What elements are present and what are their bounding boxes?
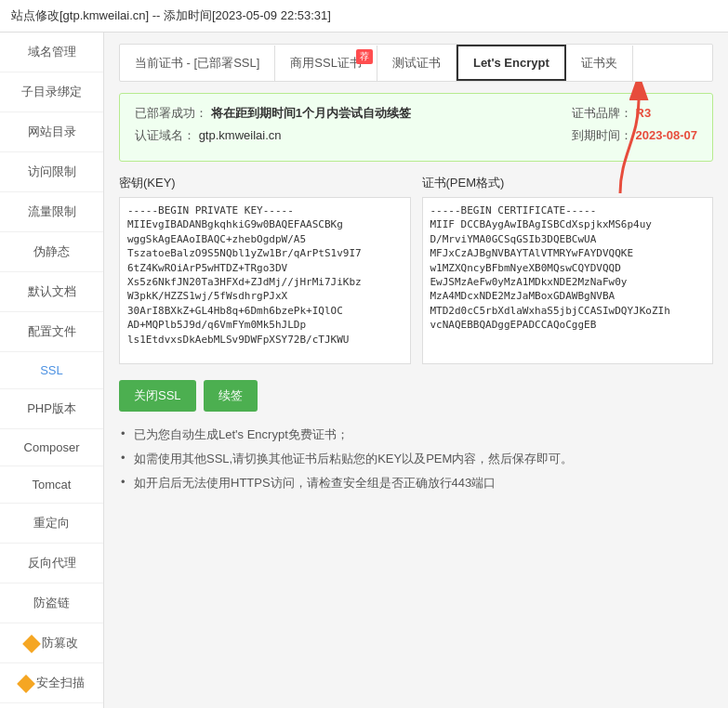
sidebar-item-tomcat[interactable]: Tomcat [0, 466, 103, 504]
sidebar-item-config[interactable]: 配置文件 [0, 312, 103, 352]
cert-section-label: 证书(PEM格式) [422, 175, 714, 191]
sidebar-item-redirect[interactable]: 重定向 [0, 504, 103, 544]
close-ssl-button[interactable]: 关闭SSL [119, 380, 196, 412]
sidebar-item-domain[interactable]: 域名管理 [0, 33, 103, 72]
sidebar-item-reverse-proxy[interactable]: 反向代理 [0, 544, 103, 583]
info-list-item-1: 如需使用其他SSL,请切换其他证书后粘贴您的KEY以及PEM内容，然后保存即可。 [119, 451, 713, 467]
tab-lets-encrypt[interactable]: Let's Encrypt [457, 45, 566, 81]
sidebar-item-access[interactable]: 访问限制 [0, 152, 103, 192]
key-textarea[interactable] [119, 197, 411, 364]
info-list-item-2: 如开启后无法使用HTTPS访问，请检查安全组是否正确放行443端口 [119, 475, 713, 492]
cert-domain-value: gtp.kmweilai.cn [199, 128, 282, 142]
sidebar-item-website[interactable]: 网站目录 [0, 112, 103, 152]
tabs-bar: 当前证书 - [已部署SSL]商用SSL证书荐测试证书Let's Encrypt… [119, 44, 713, 82]
tab-cert-folder[interactable]: 证书夹 [566, 46, 633, 81]
key-section-label: 密钥(KEY) [119, 175, 411, 191]
content-area: 当前证书 - [已部署SSL]商用SSL证书荐测试证书Let's Encrypt… [104, 33, 728, 708]
key-cert-area: 密钥(KEY) 证书(PEM格式) [119, 175, 713, 367]
key-textarea-wrapper [119, 197, 411, 367]
cert-domain-label: 认证域名： [135, 128, 195, 142]
key-section: 密钥(KEY) [119, 175, 411, 367]
sidebar-item-php[interactable]: PHP版本 [0, 389, 103, 429]
sidebar-item-composer[interactable]: Composer [0, 429, 103, 466]
action-buttons: 关闭SSL 续签 [119, 380, 713, 412]
diamond-icon [22, 635, 41, 653]
sidebar-item-website-log[interactable]: 网站日志 [0, 703, 103, 708]
info-list: 已为您自动生成Let's Encrypt免费证书；如需使用其他SSL,请切换其他… [119, 426, 713, 492]
sidebar-item-subdomain[interactable]: 子目录绑定 [0, 72, 103, 112]
cert-info-left: 已部署成功： 将在距到期时间1个月内尝试自动续签 认证域名： gtp.kmwei… [135, 105, 411, 144]
sidebar-item-ssl[interactable]: SSL [0, 352, 103, 389]
cert-status: 已部署成功： 将在距到期时间1个月内尝试自动续签 [135, 105, 411, 122]
title-bar: 站点修改[gtp.kmweilai.cn] -- 添加时间[2023-05-09… [0, 0, 728, 33]
cert-status-label: 已部署成功： [135, 106, 207, 120]
cert-section: 证书(PEM格式) [422, 175, 714, 367]
sidebar: 域名管理子目录绑定网站目录访问限制流量限制伪静态默认文档配置文件SSLPHP版本… [0, 33, 104, 708]
renew-button[interactable]: 续签 [204, 380, 258, 412]
cert-textarea[interactable] [422, 197, 714, 364]
cert-domain: 认证域名： gtp.kmweilai.cn [135, 127, 411, 144]
sidebar-item-anti-leech[interactable]: 防盗链 [0, 583, 103, 623]
sidebar-item-flow[interactable]: 流量限制 [0, 192, 103, 232]
title-text: 站点修改[gtp.kmweilai.cn] -- 添加时间[2023-05-09… [11, 8, 331, 22]
sidebar-item-pseudo[interactable]: 伪静态 [0, 232, 103, 272]
red-arrow-indicator [583, 82, 657, 203]
sidebar-item-anti-tamper[interactable]: 防篡改 [0, 623, 103, 663]
tab-current-cert[interactable]: 当前证书 - [已部署SSL] [120, 46, 275, 81]
tab-test-cert[interactable]: 测试证书 [377, 46, 457, 81]
tab-badge-commercial-ssl: 荐 [356, 49, 373, 64]
diamond-icon [17, 675, 35, 693]
cert-textarea-wrapper [422, 197, 714, 367]
cert-status-value: 将在距到期时间1个月内尝试自动续签 [211, 106, 411, 120]
sidebar-item-default-doc[interactable]: 默认文档 [0, 272, 103, 312]
sidebar-item-security-scan[interactable]: 安全扫描 [0, 663, 103, 703]
info-list-item-0: 已为您自动生成Let's Encrypt免费证书； [119, 426, 713, 443]
tab-commercial-ssl[interactable]: 商用SSL证书荐 [275, 46, 377, 81]
